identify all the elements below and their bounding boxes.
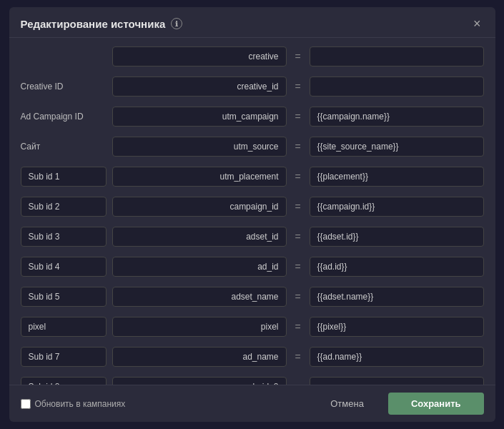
save-button[interactable]: Сохранить xyxy=(388,393,484,415)
field-left[interactable]: adset_id xyxy=(112,227,287,247)
row-label: Creative ID xyxy=(21,82,107,92)
row-label-box[interactable]: Sub id 7 xyxy=(21,347,107,367)
row-label-box[interactable]: Sub id 5 xyxy=(21,287,107,307)
update-campaigns-checkbox-wrap[interactable]: Обновить в кампаниях xyxy=(21,399,307,409)
equals-sign: = xyxy=(292,231,304,242)
modal-overlay: Редактирование источника ℹ × creative = … xyxy=(0,0,504,429)
equals-sign: = xyxy=(292,141,304,152)
row-label: Сайт xyxy=(21,142,107,152)
modal-title-text: Редактирование источника xyxy=(21,18,166,30)
form-row: Ad Campaign ID utm_campaign = {{campaign… xyxy=(21,104,484,129)
field-right[interactable] xyxy=(310,77,484,97)
equals-sign: = xyxy=(292,261,304,272)
field-left[interactable]: utm_source xyxy=(112,137,287,157)
field-right[interactable]: {{pixel}} xyxy=(310,317,484,337)
modal-header: Редактирование источника ℹ × xyxy=(9,7,495,38)
field-right[interactable]: {{ad.name}} xyxy=(310,347,484,367)
field-right[interactable]: {{adset.name}} xyxy=(310,287,484,307)
row-label-box[interactable]: Sub id 1 xyxy=(21,167,107,187)
row-label-box[interactable]: Sub id 3 xyxy=(21,227,107,247)
update-campaigns-checkbox[interactable] xyxy=(21,399,31,409)
update-campaigns-label: Обновить в кампаниях xyxy=(35,399,126,409)
field-right[interactable]: {{campaign.name}} xyxy=(310,107,484,127)
field-right[interactable] xyxy=(310,46,484,66)
row-label-box[interactable]: Sub id 2 xyxy=(21,197,107,217)
form-row: Sub id 3 adset_id = {{adset.id}} xyxy=(21,224,484,250)
form-row: pixel pixel = {{pixel}} xyxy=(21,314,484,340)
field-left[interactable]: adset_name xyxy=(112,287,287,307)
equals-sign: = xyxy=(292,201,304,212)
equals-sign: = xyxy=(292,321,304,332)
field-left[interactable]: utm_campaign xyxy=(112,107,287,127)
field-right[interactable]: {{ad.id}} xyxy=(310,257,484,277)
field-left[interactable]: ad_name xyxy=(112,347,287,367)
row-label-box[interactable]: pixel xyxy=(21,317,107,337)
field-left[interactable]: utm_placement xyxy=(112,167,287,187)
row-label-box[interactable]: Sub id 4 xyxy=(21,257,107,277)
row-label: Ad Campaign ID xyxy=(21,112,107,122)
modal-body[interactable]: creative = Creative ID creative_id = Ad … xyxy=(9,38,495,385)
cancel-button[interactable]: Отмена xyxy=(313,393,381,415)
field-right[interactable]: {{placement}} xyxy=(310,167,484,187)
field-right[interactable]: {{adset.id}} xyxy=(310,227,484,247)
equals-sign: = xyxy=(292,171,304,182)
field-left[interactable]: ad_id xyxy=(112,257,287,277)
field-right[interactable]: {{campaign.id}} xyxy=(310,197,484,217)
form-row: Creative ID creative_id = xyxy=(21,74,484,99)
field-left[interactable]: creative_id xyxy=(112,77,287,97)
row-label-box[interactable]: Sub id 8 xyxy=(21,377,107,385)
form-row: Sub id 4 ad_id = {{ad.id}} xyxy=(21,254,484,280)
form-row: Sub id 2 campaign_id = {{campaign.id}} xyxy=(21,194,484,220)
form-row: Sub id 7 ad_name = {{ad.name}} xyxy=(21,344,484,370)
form-row: Sub id 1 utm_placement = {{placement}} xyxy=(21,164,484,189)
form-row: Sub id 8 sub_id_8 = xyxy=(21,374,484,385)
modal: Редактирование источника ℹ × creative = … xyxy=(9,7,495,422)
equals-sign: = xyxy=(292,51,304,62)
field-left[interactable]: sub_id_8 xyxy=(112,377,287,385)
form-row: creative = xyxy=(21,44,484,69)
form-row: Sub id 5 adset_name = {{adset.name}} xyxy=(21,284,484,310)
field-left[interactable]: pixel xyxy=(112,317,287,337)
equals-sign: = xyxy=(292,351,304,363)
equals-sign: = xyxy=(292,291,304,302)
modal-title: Редактирование источника ℹ xyxy=(21,18,183,30)
form-row: Сайт utm_source = {{site_source_name}} xyxy=(21,134,484,159)
info-icon[interactable]: ℹ xyxy=(171,18,182,29)
equals-sign: = xyxy=(292,111,304,122)
close-button[interactable]: × xyxy=(470,17,484,30)
field-left[interactable]: campaign_id xyxy=(112,197,287,217)
field-right[interactable]: {{site_source_name}} xyxy=(310,137,484,157)
field-right[interactable] xyxy=(310,377,484,385)
field-left[interactable]: creative xyxy=(112,46,287,66)
equals-sign: = xyxy=(292,81,304,92)
modal-footer: Обновить в кампаниях Отмена Сохранить xyxy=(9,385,495,422)
